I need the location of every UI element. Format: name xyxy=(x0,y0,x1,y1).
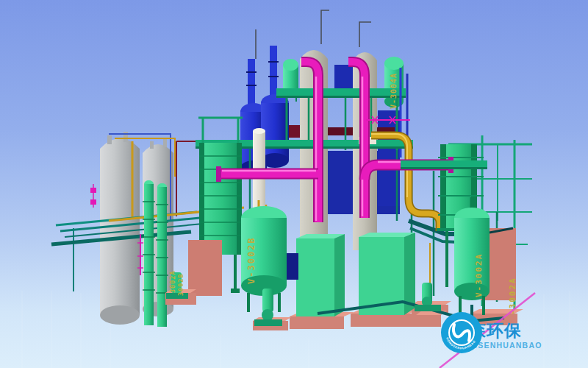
tag-center-vessel: V-3002B xyxy=(246,236,257,284)
logo-badge-icon: HONGSENHUANBAO xyxy=(440,311,484,355)
watermark-logo: HONGSENHUANBAO 宏森环保 HONGSENHUANBAO xyxy=(440,309,587,362)
tag-right-vessel: V-3002A xyxy=(474,253,484,297)
tag-left-pump-b: 3002B xyxy=(177,273,184,296)
storage-tank-1 xyxy=(100,132,140,325)
vessel-v3002a xyxy=(454,197,490,315)
green-equipment-box-1 xyxy=(296,234,345,316)
tag-left-pump-a: 3002A xyxy=(169,270,176,293)
tag-top-right-vessel: V-3004A xyxy=(390,73,398,109)
model-viewport[interactable]: V-3002B V-3002A -3002A V-3004A 3002A 300… xyxy=(0,0,588,368)
walkway-right xyxy=(401,160,487,169)
